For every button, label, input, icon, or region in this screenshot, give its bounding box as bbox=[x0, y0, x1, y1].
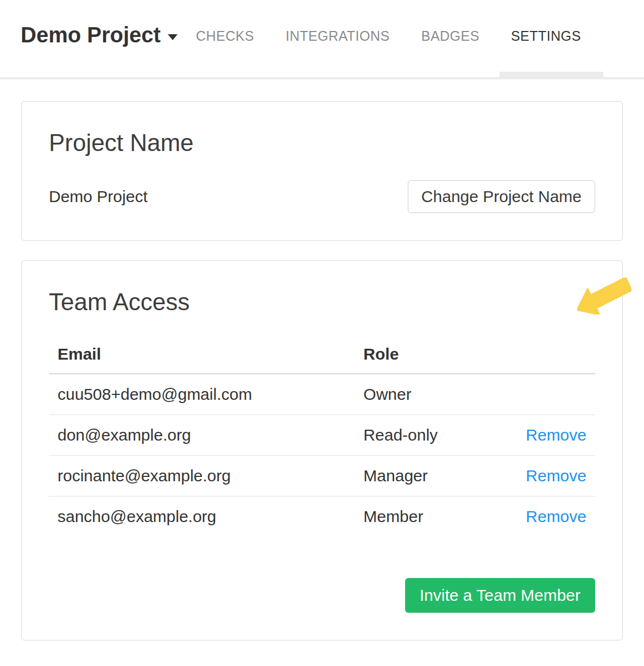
team-members-table: Email Role cuu508+demo@gmail.com Owner d… bbox=[49, 338, 595, 537]
tab-integrations[interactable]: INTEGRATIONS bbox=[286, 28, 390, 44]
tab-badges[interactable]: BADGES bbox=[421, 28, 479, 44]
role-cell: Read-only bbox=[355, 415, 508, 456]
table-row: sancho@example.org Member Remove bbox=[49, 497, 595, 537]
current-project-name: Demo Project bbox=[49, 187, 148, 206]
project-switcher-label: Demo Project bbox=[21, 23, 161, 47]
table-row: rocinante@example.org Manager Remove bbox=[49, 456, 595, 497]
project-name-card: Project Name Demo Project Change Project… bbox=[21, 101, 623, 241]
action-column-header bbox=[508, 338, 595, 374]
invite-team-member-button[interactable]: Invite a Team Member bbox=[405, 578, 595, 613]
role-column-header: Role bbox=[355, 338, 508, 374]
email-column-header: Email bbox=[49, 338, 355, 374]
remove-member-link[interactable]: Remove bbox=[526, 467, 586, 485]
team-access-card: Team Access Email Role cuu508+demo@gmail… bbox=[21, 260, 623, 640]
email-cell: don@example.org bbox=[49, 415, 355, 456]
remove-member-link[interactable]: Remove bbox=[526, 507, 586, 525]
email-cell: cuu508+demo@gmail.com bbox=[49, 374, 355, 415]
change-project-name-button[interactable]: Change Project Name bbox=[408, 180, 595, 213]
email-cell: sancho@example.org bbox=[49, 497, 355, 537]
project-name-row: Demo Project Change Project Name bbox=[49, 180, 595, 213]
table-row: cuu508+demo@gmail.com Owner bbox=[49, 374, 595, 415]
project-name-card-title: Project Name bbox=[49, 129, 595, 156]
role-cell: Owner bbox=[355, 374, 508, 415]
role-cell: Member bbox=[355, 497, 508, 537]
caret-down-icon bbox=[168, 34, 178, 40]
table-row: don@example.org Read-only Remove bbox=[49, 415, 595, 456]
settings-content: Project Name Demo Project Change Project… bbox=[0, 101, 644, 660]
action-cell bbox=[508, 374, 595, 415]
invite-row: Invite a Team Member bbox=[49, 578, 595, 613]
project-switcher[interactable]: Demo Project bbox=[21, 23, 178, 47]
main-nav: CHECKS INTEGRATIONS BADGES SETTINGS bbox=[196, 26, 581, 44]
email-cell: rocinante@example.org bbox=[49, 456, 355, 497]
active-tab-indicator bbox=[500, 72, 603, 79]
tab-settings[interactable]: SETTINGS bbox=[511, 28, 581, 44]
team-access-card-title: Team Access bbox=[49, 288, 595, 316]
tab-checks[interactable]: CHECKS bbox=[196, 28, 254, 44]
settings-page: { "header": { "project_switcher": { "lab… bbox=[0, 0, 644, 666]
role-cell: Manager bbox=[355, 456, 508, 497]
header: Demo Project CHECKS INTEGRATIONS BADGES … bbox=[0, 0, 644, 79]
remove-member-link[interactable]: Remove bbox=[526, 426, 586, 444]
table-header-row: Email Role bbox=[49, 338, 595, 374]
